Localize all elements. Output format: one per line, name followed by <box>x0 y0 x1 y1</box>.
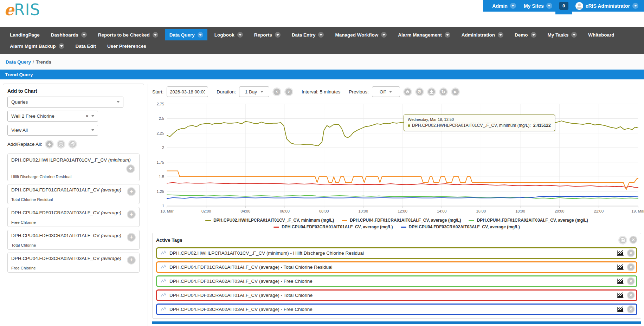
chart-canvas[interactable]: 11.251.51.7522.252.52.7518. Mar02:0004:0… <box>152 100 644 216</box>
legend-swatch-icon <box>469 220 474 221</box>
remove-tag-button[interactable]: ✕ <box>627 249 635 257</box>
tag-name: DPH.CPU04.FDF03CRA01AIT01AI.F_CV (averag… <box>11 233 125 238</box>
axis-tick-label: 2.25 <box>157 131 164 135</box>
save-tags-button[interactable] <box>618 236 627 244</box>
nav-item-data-entry[interactable]: Data Entry <box>288 29 328 40</box>
clear-query-icon[interactable]: ✕ <box>86 114 89 118</box>
start-datetime-input[interactable] <box>167 86 208 97</box>
nav-item-dashboards[interactable]: Dashboards <box>47 29 91 40</box>
previous-select[interactable]: Off <box>372 86 400 97</box>
chevron-down-icon <box>389 91 392 93</box>
play-icon: ▶ <box>454 90 457 94</box>
remove-tag-button[interactable]: ✕ <box>627 277 635 285</box>
axis-tick-label: 10:00 <box>359 209 368 213</box>
legend-item[interactable]: DPH.CPU04.FDF01CRA01AIT01AI.F_CV, averag… <box>342 218 461 223</box>
active-tag-label: DPH.CPU04.FDF03CRA01AIT01AI.F_CV (averag… <box>169 293 614 298</box>
nav-item-logbook[interactable]: Logbook <box>210 29 247 40</box>
add-all-secondary-button[interactable] <box>57 140 65 149</box>
add-tag-button[interactable]: + <box>127 233 136 242</box>
nav-item-data-query[interactable]: Data Query <box>165 29 207 40</box>
tag-qualifier: (average) <box>101 187 121 193</box>
eris-logo: eRIS <box>4 1 40 18</box>
bottom-section-bar <box>152 321 641 324</box>
chevron-down-icon[interactable] <box>546 3 552 9</box>
previous-label: Previous: <box>349 89 368 94</box>
active-tag-row: DPH.CPU02.HWHLPCRA01AIT01CV_.F_CV (minim… <box>156 247 637 259</box>
legend-item[interactable]: DPH.CPU04.FDF01CRA02AIT03AI.F_CV, averag… <box>469 218 588 223</box>
nav-item-landingpage[interactable]: LandingPage <box>6 30 44 40</box>
add-tag-button[interactable]: + <box>126 164 135 173</box>
topbar-menu-my-sites[interactable]: My Sites <box>524 3 552 9</box>
sparkline-icon <box>161 293 167 298</box>
nav-item-reports-to-be-checked[interactable]: Reports to be Checked <box>94 29 162 40</box>
nav-item-label: Data Edit <box>76 44 96 49</box>
clear-all-tags-button[interactable]: ✕ <box>629 236 637 244</box>
nav-item-managed-workflow[interactable]: Managed Workflow <box>331 29 391 40</box>
notification-count-badge[interactable]: 0 <box>559 2 568 10</box>
tag-chart-button[interactable] <box>617 250 624 256</box>
axis-tick-label: 1.75 <box>157 160 164 164</box>
notification-badge-wrap[interactable]: 0 <box>559 0 568 12</box>
query-select[interactable]: Well 2 Free Chlorine ✕ <box>7 111 98 122</box>
chevron-down-icon <box>81 32 87 38</box>
active-tag-row: DPH.CPU04.FDF03CRA01AIT01AI.F_CV (averag… <box>156 289 637 301</box>
nav-item-label: Administration <box>462 32 495 38</box>
add-tag-button[interactable]: + <box>127 256 136 265</box>
tag-chart-button[interactable] <box>617 292 624 298</box>
next-period-button[interactable]: › <box>284 87 293 96</box>
axis-tick-label: 18:00 <box>515 209 525 213</box>
nav-item-alarm-mgmt-backup[interactable]: Alarm Mgmt Backup <box>6 40 69 52</box>
nav-item-user-preferences[interactable]: User Preferences <box>103 41 150 52</box>
breadcrumb-data-query-link[interactable]: Data Query <box>6 59 31 65</box>
view-select[interactable]: View All <box>7 125 98 136</box>
duration-select[interactable]: 1 Day <box>239 86 269 97</box>
chart-icon <box>617 306 624 312</box>
remove-tag-button[interactable]: ✕ <box>627 263 635 271</box>
axis-tick-label: 16:00 <box>476 209 486 213</box>
replace-all-button[interactable] <box>68 140 77 149</box>
user-menu[interactable]: eRIS Administrator <box>575 2 638 10</box>
topbar-menu-admin[interactable]: Admin <box>492 3 516 9</box>
add-all-button[interactable]: + <box>45 140 54 149</box>
tag-chart-button[interactable] <box>617 306 624 312</box>
user-bar: AdminMy Sites 0 eRIS Administrator <box>483 0 644 12</box>
download-button[interactable] <box>427 87 436 96</box>
tooltip-series: DPH.CPU02.HWHLPCRA01AIT01CV_.F_CV, minim… <box>412 123 531 128</box>
legend-label: DPH.CPU04.FDF03CRA02AIT03AI.F_CV, averag… <box>409 224 520 229</box>
legend-item[interactable]: DPH.CPU02.HWHLPCRA01AIT01CV_.F_CV, minim… <box>205 218 334 223</box>
remove-tag-button[interactable]: ✕ <box>627 305 635 313</box>
add-tag-button[interactable]: + <box>127 210 136 219</box>
nav-item-whiteboard[interactable]: Whiteboard <box>584 30 618 40</box>
legend-item[interactable]: DPH.CPU04.FDF03CRA01AIT01AI.F_CV, averag… <box>273 224 393 229</box>
layers-button[interactable] <box>403 87 412 96</box>
nav-item-data-edit[interactable]: Data Edit <box>71 41 101 52</box>
nav-item-reports[interactable]: Reports <box>250 29 285 40</box>
chevron-down-icon[interactable] <box>510 3 516 9</box>
axis-tick-label: 19. Mar <box>631 209 644 213</box>
active-tag-row: DPH.CPU04.FDF03CRA02AIT03AI.F_CV (averag… <box>156 304 637 315</box>
trend-chart[interactable]: 11.251.51.7522.252.52.7518. Mar02:0004:0… <box>152 100 641 229</box>
main-nav: LandingPageDashboardsReports to be Check… <box>0 27 644 54</box>
chevron-down-icon[interactable] <box>632 3 638 9</box>
section-header: Trend Query <box>0 70 644 79</box>
play-button[interactable]: ▶ <box>451 87 460 96</box>
user-name: eRIS Administrator <box>586 3 630 9</box>
available-tag-card: DPH.CPU04.FDF01CRA02AIT03AI.F_CV (averag… <box>7 207 140 227</box>
tag-chart-button[interactable] <box>617 264 624 270</box>
nav-item-alarm-management[interactable]: Alarm Management <box>394 29 455 40</box>
nav-item-my-tasks[interactable]: My Tasks <box>543 29 581 40</box>
legend-item[interactable]: DPH.CPU04.FDF03CRA02AIT03AI.F_CV, averag… <box>401 224 520 229</box>
tag-chart-button[interactable] <box>617 278 624 284</box>
query-select-value: Well 2 Free Chlorine <box>11 113 83 119</box>
available-tags-list: DPH.CPU02.HWHLPCRA01AIT01CV_.F_CV (minim… <box>7 154 140 273</box>
axis-tick-label: 14:00 <box>437 209 447 213</box>
nav-item-demo[interactable]: Demo <box>510 29 541 40</box>
add-tag-button[interactable]: + <box>127 187 136 196</box>
topbar-menus: AdminMy Sites <box>492 3 552 9</box>
refresh-button[interactable]: ↻ <box>439 87 448 96</box>
settings-button[interactable]: ⚙ <box>415 87 424 96</box>
queries-select[interactable]: Queries <box>7 97 123 107</box>
remove-tag-button[interactable]: ✕ <box>627 291 635 299</box>
previous-period-button[interactable]: ‹ <box>272 87 281 96</box>
nav-item-administration[interactable]: Administration <box>457 29 508 40</box>
